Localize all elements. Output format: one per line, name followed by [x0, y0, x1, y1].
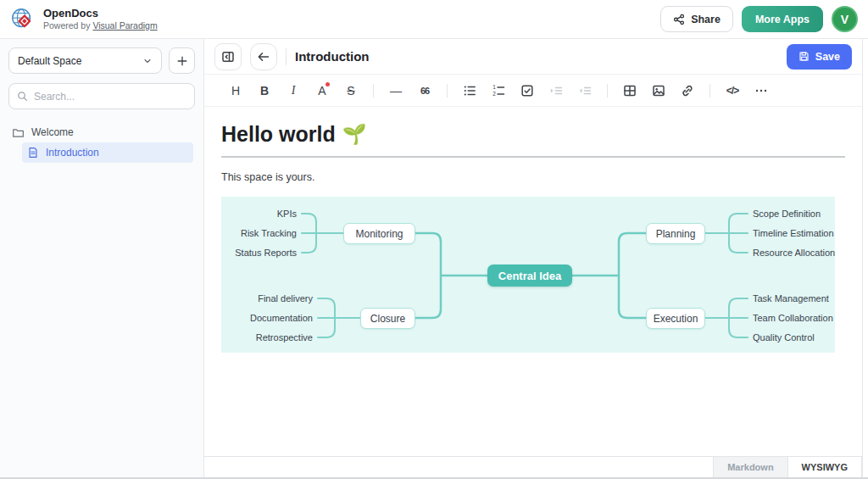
seedling-emoji-icon: 🌱 [342, 123, 367, 146]
divider [286, 48, 287, 65]
task-list-button[interactable] [515, 79, 540, 103]
tab-wysiwyg[interactable]: WYSIWYG [788, 457, 862, 477]
document-content[interactable]: Hello world 🌱 This space is yours. [204, 107, 862, 456]
toggle-sidebar-button[interactable] [214, 43, 242, 70]
font-color-dot [326, 82, 330, 86]
mindmap-leaf[interactable]: Timeline Estimation [753, 227, 834, 239]
mindmap-leaf[interactable]: Risk Tracking [241, 227, 297, 239]
space-selector-value: Default Space [18, 55, 81, 67]
app-name: OpenDocs [43, 8, 158, 20]
tab-markdown[interactable]: Markdown [713, 457, 787, 477]
search-box[interactable] [8, 83, 195, 109]
svg-text:2: 2 [492, 91, 496, 97]
folder-icon [12, 126, 25, 139]
more-apps-label: More Apps [755, 14, 810, 25]
user-avatar[interactable]: V [832, 6, 858, 32]
bullet-list-icon [463, 84, 476, 97]
search-input[interactable] [34, 91, 186, 103]
mindmap-leaf[interactable]: Task Management [753, 292, 829, 304]
doc-header: Introduction Save [204, 39, 862, 75]
mindmap-leaf[interactable]: Scope Definition [753, 208, 821, 220]
app-window: OpenDocs Powered by Visual Paradigm Shar… [0, 0, 868, 479]
outdent-button[interactable] [572, 79, 598, 103]
main-row: Default Space [0, 39, 868, 477]
chevron-down-icon [142, 56, 153, 66]
indent-icon [549, 84, 563, 97]
heading-rule [221, 156, 845, 158]
toolbar-separator [373, 84, 374, 97]
outdent-icon [578, 84, 592, 97]
tree-item-label: Introduction [46, 147, 99, 159]
toolbar-separator [447, 84, 448, 97]
more-apps-button[interactable]: More Apps [742, 6, 823, 32]
document-paragraph: This space is yours. [221, 171, 845, 183]
bullet-list-button[interactable] [457, 79, 482, 103]
formatting-toolbar: H B I A S — 66 [204, 75, 862, 107]
app-titles: OpenDocs Powered by Visual Paradigm [43, 8, 158, 31]
page-title: Introduction [295, 49, 369, 64]
strikethrough-button[interactable]: S [338, 79, 364, 103]
globe-with-red-diamond-logo [10, 7, 36, 32]
visual-paradigm-link[interactable]: Visual Paradigm [92, 20, 157, 31]
link-button[interactable] [675, 79, 700, 103]
save-button[interactable]: Save [787, 44, 852, 70]
mindmap-leaf[interactable]: Retrospective [256, 331, 313, 343]
code-block-button[interactable]: </> [720, 79, 745, 103]
mindmap-leaf[interactable]: Status Reports [235, 247, 297, 259]
share-button[interactable]: Share [660, 6, 733, 32]
tree-item-introduction[interactable]: Introduction [22, 142, 193, 163]
share-label: Share [691, 14, 721, 25]
task-list-icon [520, 84, 534, 97]
more-options-button[interactable] [748, 79, 774, 103]
more-icon [754, 84, 768, 97]
document-icon [27, 147, 39, 159]
sidebar-toggle-icon [221, 50, 235, 64]
avatar-initial: V [841, 13, 849, 26]
table-icon [623, 84, 637, 97]
image-button[interactable] [646, 79, 671, 103]
link-icon [681, 84, 694, 97]
back-button[interactable] [250, 43, 277, 70]
italic-button[interactable]: I [281, 79, 306, 103]
header-actions: Share More Apps V [660, 6, 858, 32]
save-icon [798, 51, 810, 62]
share-icon [673, 14, 685, 25]
mindmap-topic-execution[interactable]: Execution [646, 308, 705, 329]
tree-item-label: Welcome [31, 126, 74, 138]
space-selector[interactable]: Default Space [8, 47, 162, 74]
mindmap-leaf[interactable]: Final delivery [258, 292, 313, 304]
search-icon [17, 91, 28, 102]
page-tree: Welcome Introduction [8, 122, 195, 163]
plus-icon [176, 55, 188, 67]
mindmap[interactable]: Central Idea Monitoring Closure Planning… [221, 197, 835, 353]
numbered-list-button[interactable]: 1 2 [486, 79, 511, 103]
font-color-button[interactable]: A [309, 79, 335, 103]
powered-by: Powered by Visual Paradigm [43, 20, 158, 31]
tree-item-welcome[interactable]: Welcome [8, 122, 195, 142]
table-button[interactable] [617, 79, 643, 103]
mindmap-leaf[interactable]: Team Collaboration [753, 312, 833, 324]
heading-button[interactable]: H [223, 79, 248, 103]
mindmap-leaf[interactable]: Quality Control [753, 331, 815, 343]
add-space-button[interactable] [169, 47, 195, 74]
numbered-list-icon: 1 2 [492, 84, 505, 97]
mindmap-central-node[interactable]: Central Idea [487, 265, 572, 287]
bold-button[interactable]: B [252, 79, 277, 103]
mindmap-leaf[interactable]: KPIs [277, 208, 297, 220]
horizontal-rule-button[interactable]: — [383, 79, 409, 103]
blockquote-button[interactable]: 66 [412, 79, 437, 103]
mindmap-leaf[interactable]: Resource Allocation [753, 247, 835, 259]
mindmap-leaf[interactable]: Documentation [250, 312, 313, 324]
document-heading: Hello world 🌱 [221, 122, 845, 147]
back-arrow-icon [257, 50, 270, 64]
mindmap-topic-planning[interactable]: Planning [646, 223, 705, 244]
mindmap-topic-closure[interactable]: Closure [360, 308, 415, 329]
editor-status-bar: Markdown WYSIWYG [204, 456, 862, 477]
image-icon [652, 84, 665, 97]
mindmap-topic-monitoring[interactable]: Monitoring [343, 223, 415, 244]
indent-button[interactable] [543, 79, 569, 103]
svg-text:1: 1 [492, 84, 496, 90]
toolbar-separator [709, 84, 710, 97]
app-logo: OpenDocs Powered by Visual Paradigm [10, 7, 158, 32]
toolbar-separator [607, 84, 608, 97]
